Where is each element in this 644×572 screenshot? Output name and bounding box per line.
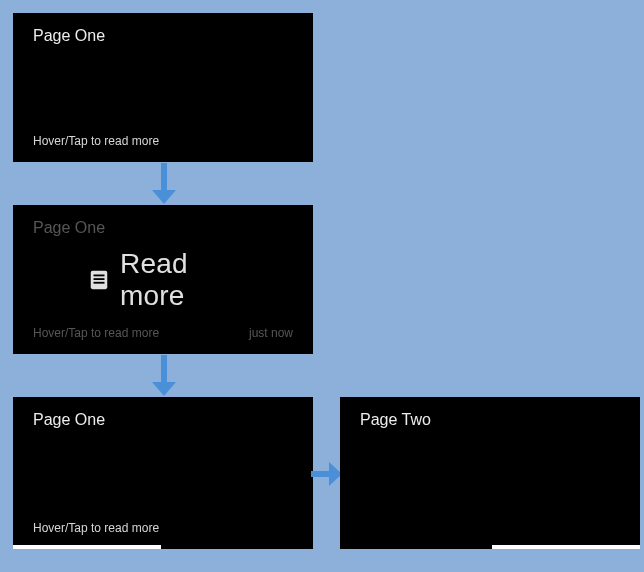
document-icon [88,269,110,291]
page-indicator-left [13,545,161,549]
card-title: Page One [33,219,293,237]
arrow-down-icon [150,354,178,396]
card-title: Page One [33,411,293,429]
svg-marker-7 [152,382,176,396]
arrow-down-icon [150,162,178,204]
card-title: Page One [33,27,293,45]
arrow-right-icon [311,460,342,488]
card-page-one-hover[interactable]: Page One Read more Hover/Tap to read mor… [13,205,313,354]
card-page-one-paginated[interactable]: Page One Hover/Tap to read more [13,397,313,549]
read-more-overlay[interactable]: Read more [88,248,238,312]
svg-rect-4 [94,278,105,280]
page-indicator-right [492,545,640,549]
svg-rect-3 [94,274,105,276]
svg-rect-5 [94,281,105,283]
card-timestamp: just now [249,326,293,340]
svg-marker-1 [152,190,176,204]
card-page-two-paginated[interactable]: Page Two [340,397,640,549]
card-hint: Hover/Tap to read more [33,521,159,535]
card-title: Page Two [360,411,620,429]
card-hint: Hover/Tap to read more [33,326,159,340]
read-more-label: Read more [120,248,238,312]
card-hint: Hover/Tap to read more [33,134,159,148]
card-page-one-initial[interactable]: Page One Hover/Tap to read more [13,13,313,162]
